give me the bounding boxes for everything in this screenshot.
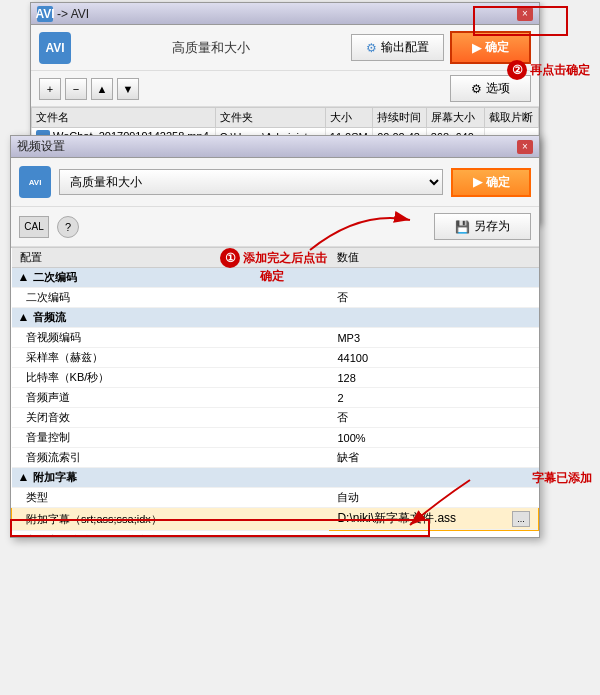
- add-file-button[interactable]: +: [39, 78, 61, 100]
- vs-close-button[interactable]: ×: [517, 140, 533, 154]
- config-icon: ⚙: [366, 41, 377, 55]
- config-row: 二次编码否: [12, 288, 539, 308]
- vs-second-row: CAL ? 💾 另存为: [11, 207, 539, 247]
- vs-logo: AVI: [19, 166, 51, 198]
- avi-window-title: -> AVI: [57, 7, 89, 21]
- config-row: 字幕字体大小（% 屏幕大小）缺省: [12, 531, 539, 538]
- section-header: ▲附加字幕: [12, 468, 539, 488]
- config-row: 关闭音效否: [12, 408, 539, 428]
- output-config-button[interactable]: ⚙ 输出配置: [351, 34, 444, 61]
- config-table: 配置 数值 ▲二次编码 二次编码否▲音频流 音视频编码MP3 采样率（赫兹）44…: [11, 248, 539, 537]
- col-filename: 文件名: [32, 108, 216, 128]
- file-table-header-row: 文件名 文件夹 大小 持续时间 屏幕大小 截取片断: [32, 108, 539, 128]
- options-button[interactable]: ⚙ 选项: [450, 75, 531, 102]
- config-row: 采样率（赫兹）44100: [12, 348, 539, 368]
- avi-title-label: 高质量和大小: [77, 39, 345, 57]
- saveas-icon: 💾: [455, 220, 470, 234]
- config-area[interactable]: 配置 数值 ▲二次编码 二次编码否▲音频流 音视频编码MP3 采样率（赫兹）44…: [11, 247, 539, 537]
- config-header-row: 配置 数值: [12, 248, 539, 268]
- col-clip: 截取片断: [485, 108, 539, 128]
- col-size: 大小: [325, 108, 372, 128]
- video-settings-window: 视频设置 × AVI 高质量和大小 ▶ 确定 CAL ? 💾 另存为 配置 数值…: [10, 135, 540, 538]
- vs-title-bar: 视频设置 ×: [11, 136, 539, 158]
- saveas-button[interactable]: 💾 另存为: [434, 213, 531, 240]
- cal-button[interactable]: CAL: [19, 216, 49, 238]
- avi-title-bar: AVI -> AVI ×: [31, 3, 539, 25]
- help-button[interactable]: ?: [57, 216, 79, 238]
- up-button[interactable]: ▲: [91, 78, 113, 100]
- annotation-subtitle: 字幕已添加: [532, 470, 592, 487]
- config-table-body: ▲二次编码 二次编码否▲音频流 音视频编码MP3 采样率（赫兹）44100 比特…: [12, 268, 539, 538]
- avi-second-row: + − ▲ ▼ ⚙ 选项: [31, 71, 539, 107]
- config-row: 附加字幕（srt;ass;ssa;idx）D:\niki\新字幕文件.ass..…: [12, 508, 539, 531]
- remove-file-button[interactable]: −: [65, 78, 87, 100]
- config-row: 音频声道2: [12, 388, 539, 408]
- confirm-arrow-icon: ▶: [472, 41, 481, 55]
- preset-select[interactable]: 高质量和大小: [59, 169, 443, 195]
- col-screen: 屏幕大小: [426, 108, 485, 128]
- vs-confirm-arrow-icon: ▶: [473, 175, 482, 189]
- config-row: 音量控制100%: [12, 428, 539, 448]
- vs-confirm-button[interactable]: ▶ 确定: [451, 168, 531, 197]
- avi-close-button[interactable]: ×: [517, 7, 533, 21]
- section-header: ▲二次编码: [12, 268, 539, 288]
- avi-logo: AVI: [39, 32, 71, 64]
- config-col-label: 配置: [12, 248, 330, 268]
- col-folder: 文件夹: [215, 108, 325, 128]
- options-icon: ⚙: [471, 82, 482, 96]
- config-col-value: 数值: [329, 248, 538, 268]
- avi-confirm-button[interactable]: ▶ 确定: [450, 31, 531, 64]
- col-duration: 持续时间: [373, 108, 427, 128]
- config-row: 音视频编码MP3: [12, 328, 539, 348]
- avi-toolbar: AVI 高质量和大小 ⚙ 输出配置 ▶ 确定: [31, 25, 539, 71]
- title-bar-left: AVI -> AVI: [37, 6, 89, 22]
- vs-title-text: 视频设置: [17, 138, 65, 155]
- avi-icon: AVI: [37, 6, 53, 22]
- config-row: 类型自动: [12, 488, 539, 508]
- config-row: 音频流索引缺省: [12, 448, 539, 468]
- down-button[interactable]: ▼: [117, 78, 139, 100]
- vs-top-row: AVI 高质量和大小 ▶ 确定: [11, 158, 539, 207]
- section-header: ▲音频流: [12, 308, 539, 328]
- config-row: 比特率（KB/秒）128: [12, 368, 539, 388]
